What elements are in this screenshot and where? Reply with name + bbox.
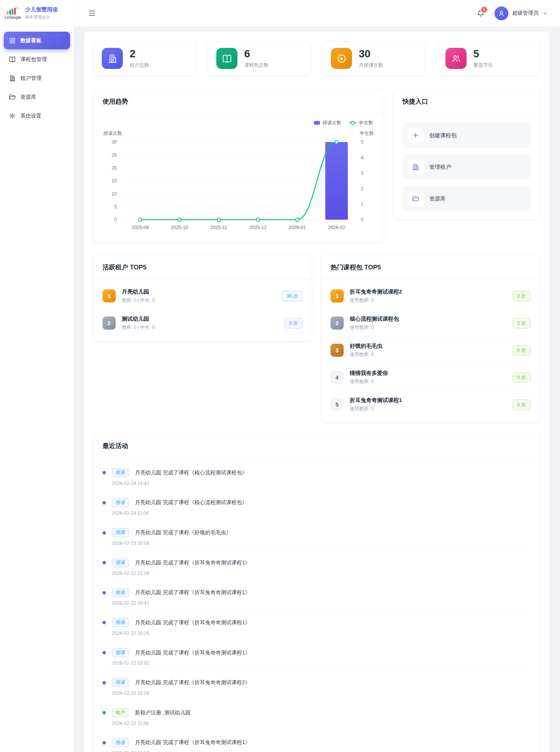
- quick-item-create-course-package[interactable]: 创建课程包: [402, 123, 531, 148]
- stat-label: 课程包总数: [244, 62, 269, 69]
- activity-item: 授课 月亮幼儿园 完成了课程《折耳兔奇奇测试课程1》 2026-02-22 20…: [103, 612, 531, 642]
- gear-icon: [9, 112, 16, 119]
- legend-item-lessons[interactable]: 授课次数: [314, 120, 341, 126]
- svg-text:1: 1: [361, 202, 363, 207]
- item-meta: 使用教师: 0: [350, 324, 506, 331]
- list-item: 4 猜猜我有多爱你 使用教师: 0 0 次: [330, 364, 531, 391]
- user-name: 超级管理员: [512, 10, 539, 17]
- content: 2 租户总数 6 课程包总数 30 月授课次数 5 覆盖学生 使用趋势: [74, 26, 560, 752]
- rank-badge: 4: [330, 371, 344, 384]
- count-badge: 0 次: [285, 318, 303, 329]
- right-axis-title: 学生数: [360, 130, 374, 137]
- stat-label: 租户总数: [130, 62, 149, 69]
- chart-legend: 授课次数 学生数: [103, 120, 375, 126]
- list-item: 5 折耳兔奇奇测试课程1 使用教师: 0 0 次: [330, 391, 531, 418]
- svg-text:10: 10: [112, 191, 117, 197]
- legend-item-students[interactable]: 学生数: [349, 120, 373, 126]
- activity-dot: [103, 591, 106, 595]
- svg-text:2025-12: 2025-12: [249, 225, 267, 230]
- count-badge: 2 次: [513, 318, 531, 329]
- sidebar-item-resources[interactable]: 资源库: [4, 88, 70, 106]
- activity-dot: [103, 681, 106, 685]
- activity-dot: [103, 651, 106, 654]
- user-menu[interactable]: 超级管理员: [494, 6, 548, 20]
- recent-activity-title: 最近活动: [93, 434, 540, 458]
- main-area: 5 超级管理员: [74, 0, 560, 752]
- stat-value: 2: [130, 48, 149, 59]
- sidebar-item-course-packages[interactable]: 课程包管理: [4, 50, 70, 68]
- book-icon: [9, 56, 16, 63]
- sidebar-menu: 数据看板 课程包管理 租户管理 资源库 系统设置: [0, 26, 74, 131]
- item-name: 猜猜我有多爱你: [350, 370, 506, 377]
- item-meta: 教师: 0 | 学生: 0: [122, 324, 278, 331]
- sidebar-item-tenants[interactable]: 租户管理: [4, 69, 70, 87]
- sidebar-item-settings[interactable]: 系统设置: [4, 107, 70, 125]
- usage-trend-panel: 使用趋势 授课次数 学生数: [93, 89, 384, 243]
- notification-bell[interactable]: 5: [477, 9, 485, 17]
- sidebar: LeSingle 少儿智慧阅读 服务管理后台 数据看板 课程包管理 租户管理 资…: [0, 0, 74, 752]
- activity-text: 月亮幼儿园 完成了课程《折耳兔奇奇测试课程1》: [135, 739, 250, 746]
- activity-item: 租户 新租户注册: 测试幼儿园 2026-02-22 11:56: [103, 702, 531, 732]
- active-tenants-panel: 活跃租户 TOP5 1 月亮幼儿园 教师: 0 | 学生: 0 30 次 2 测…: [93, 255, 312, 341]
- list-item: 2 核心流程测试课程包 使用教师: 0 2 次: [330, 310, 531, 337]
- activity-dot: [103, 471, 106, 474]
- sidebar-item-dashboard[interactable]: 数据看板: [4, 32, 70, 49]
- activity-time: 2026-02-24 11:06: [112, 511, 531, 516]
- legend-bar-swatch: [314, 121, 320, 125]
- hot-courses-title: 热门课程包 TOP5: [321, 255, 540, 280]
- app-root: LeSingle 少儿智慧阅读 服务管理后台 数据看板 课程包管理 租户管理 资…: [0, 0, 560, 752]
- item-name: 好饿的毛毛虫: [350, 342, 506, 350]
- activity-tag: 授课: [112, 558, 129, 567]
- building-icon: [9, 75, 16, 82]
- count-badge: 0 次: [513, 345, 531, 356]
- building-icon: [102, 48, 123, 69]
- stat-card-students-covered: 5 覆盖学生: [437, 41, 540, 76]
- activity-dot: [103, 741, 106, 744]
- activity-time: 2026-02-22 19:32: [112, 660, 531, 666]
- active-tenants-title: 活跃租户 TOP5: [93, 255, 312, 280]
- recent-activity-panel: 最近活动 授课 月亮幼儿园 完成了课程《核心流程测试课程包》 2026-02-2…: [93, 434, 540, 752]
- activity-item: 授课 月亮幼儿园 完成了课程《折耳兔奇奇测试课程1》 2026-02-22 20…: [103, 582, 531, 612]
- activity-text: 月亮幼儿园 完成了课程《核心流程测试课程包》: [135, 469, 247, 476]
- legend-line-swatch: [349, 122, 357, 123]
- activity-tag: 授课: [112, 678, 129, 687]
- count-badge: 30 次: [282, 291, 303, 301]
- left-axis-title: 授课次数: [103, 130, 122, 137]
- svg-text:5: 5: [361, 139, 363, 145]
- activity-tag: 授课: [112, 618, 129, 627]
- item-meta: 使用教师: 0: [350, 379, 506, 385]
- quick-item-resource-library[interactable]: 资源库: [402, 186, 531, 211]
- activity-item: 授课 月亮幼儿园 完成了课程《好饿的毛毛虫》 2026-02-23 20:06: [103, 522, 531, 552]
- activity-time: 2026-02-22 21:39: [112, 571, 531, 576]
- usage-trend-chart: 0510152025300123452025-092025-102025-112…: [103, 138, 375, 235]
- svg-text:0: 0: [361, 217, 363, 222]
- item-meta: 使用教师: 0: [350, 352, 506, 358]
- svg-text:2025-11: 2025-11: [210, 225, 227, 230]
- activity-dot: [103, 531, 106, 535]
- activity-time: 2026-02-23 20:06: [112, 541, 531, 546]
- person-icon: [497, 9, 505, 17]
- activity-text: 月亮幼儿园 完成了课程《折耳兔奇奇测试课程1》: [135, 619, 250, 626]
- top-header: 5 超级管理员: [74, 0, 560, 26]
- chevron-down-icon: [542, 11, 548, 16]
- activity-time: 2026-02-21 20:19: [112, 750, 531, 752]
- dashboard-container: 2 租户总数 6 课程包总数 30 月授课次数 5 覆盖学生 使用趋势: [84, 32, 549, 752]
- logo-brand: LeSingle: [5, 15, 21, 20]
- rank-badge: 5: [330, 398, 344, 411]
- folder-icon: [9, 93, 16, 101]
- quick-item-manage-tenants[interactable]: 管理租户: [402, 154, 531, 179]
- sidebar-collapse-button[interactable]: [87, 8, 97, 18]
- building-icon: [408, 159, 424, 175]
- stat-card-monthly-lessons: 30 月授课次数: [322, 41, 425, 76]
- item-name: 折耳兔奇奇测试课程2: [350, 288, 506, 295]
- stat-label: 月授课次数: [359, 62, 383, 69]
- item-meta: 使用教师: 0: [350, 297, 506, 304]
- avatar: [494, 6, 508, 20]
- svg-text:2: 2: [361, 186, 363, 191]
- activity-text: 月亮幼儿园 完成了课程《好饿的毛毛虫》: [135, 529, 231, 536]
- quick-item-label: 创建课程包: [429, 132, 457, 139]
- stat-value: 6: [244, 48, 269, 59]
- quick-item-label: 资源库: [429, 195, 446, 202]
- list-item: 1 折耳兔奇奇测试课程2 使用教师: 0 2 次: [330, 283, 531, 310]
- activity-text: 月亮幼儿园 完成了课程《折耳兔奇奇测试课程1》: [135, 589, 250, 596]
